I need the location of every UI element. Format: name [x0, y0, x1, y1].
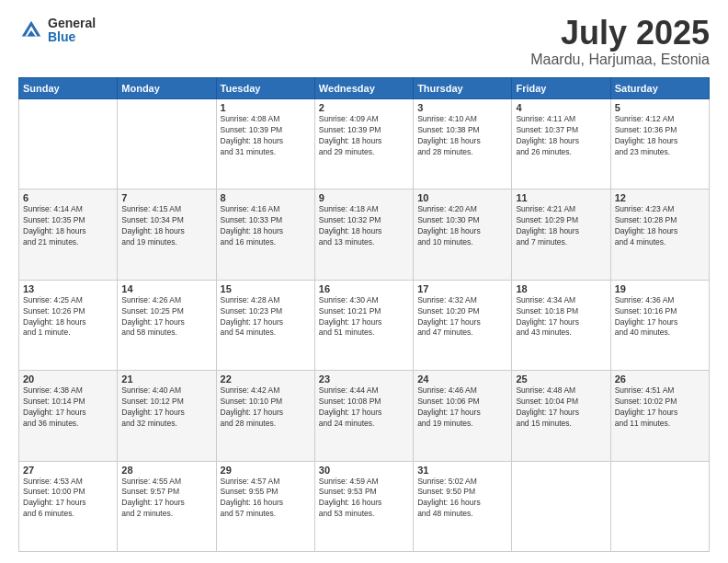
calendar-cell: 31Sunrise: 5:02 AM Sunset: 9:50 PM Dayli… [414, 461, 512, 551]
calendar-cell: 26Sunrise: 4:51 AM Sunset: 10:02 PM Dayl… [610, 371, 709, 461]
calendar-cell: 30Sunrise: 4:59 AM Sunset: 9:53 PM Dayli… [314, 461, 413, 551]
logo: General Blue [18, 17, 96, 45]
calendar-cell: 15Sunrise: 4:28 AM Sunset: 10:23 PM Dayl… [216, 280, 314, 370]
day-info: Sunrise: 4:09 AM Sunset: 10:39 PM Daylig… [319, 114, 409, 158]
day-number: 15 [221, 283, 311, 294]
day-number: 18 [516, 283, 606, 294]
calendar-cell: 17Sunrise: 4:32 AM Sunset: 10:20 PM Dayl… [414, 280, 512, 370]
calendar-cell: 13Sunrise: 4:25 AM Sunset: 10:26 PM Dayl… [19, 280, 118, 370]
day-number: 23 [319, 373, 409, 385]
day-info: Sunrise: 4:51 AM Sunset: 10:02 PM Daylig… [615, 385, 705, 430]
day-info: Sunrise: 4:23 AM Sunset: 10:28 PM Daylig… [615, 204, 705, 248]
day-number: 29 [221, 465, 311, 476]
day-number: 5 [615, 102, 705, 113]
calendar-table: SundayMondayTuesdayWednesdayThursdayFrid… [18, 77, 710, 552]
day-info: Sunrise: 4:18 AM Sunset: 10:32 PM Daylig… [319, 204, 409, 248]
day-info: Sunrise: 4:55 AM Sunset: 9:57 PM Dayligh… [121, 477, 211, 521]
day-info: Sunrise: 4:10 AM Sunset: 10:38 PM Daylig… [417, 114, 507, 158]
day-info: Sunrise: 4:44 AM Sunset: 10:08 PM Daylig… [319, 385, 409, 430]
day-info: Sunrise: 4:14 AM Sunset: 10:35 PM Daylig… [23, 204, 113, 248]
week-row-3: 13Sunrise: 4:25 AM Sunset: 10:26 PM Dayl… [19, 280, 710, 370]
day-info: Sunrise: 4:16 AM Sunset: 10:33 PM Daylig… [221, 204, 311, 248]
day-number: 24 [417, 373, 507, 385]
weekday-header-sunday: Sunday [19, 78, 118, 99]
day-number: 10 [417, 192, 507, 203]
day-number: 26 [615, 373, 705, 385]
day-number: 9 [319, 192, 409, 203]
calendar-cell: 3Sunrise: 4:10 AM Sunset: 10:38 PM Dayli… [414, 99, 512, 190]
day-info: Sunrise: 4:38 AM Sunset: 10:14 PM Daylig… [23, 385, 113, 430]
day-number: 11 [516, 192, 606, 203]
calendar-cell: 22Sunrise: 4:42 AM Sunset: 10:10 PM Dayl… [216, 371, 314, 461]
day-info: Sunrise: 4:20 AM Sunset: 10:30 PM Daylig… [417, 204, 507, 248]
logo-general-label: General [48, 17, 96, 30]
day-info: Sunrise: 4:59 AM Sunset: 9:53 PM Dayligh… [319, 477, 409, 521]
day-info: Sunrise: 4:11 AM Sunset: 10:37 PM Daylig… [516, 114, 606, 158]
week-row-5: 27Sunrise: 4:53 AM Sunset: 10:00 PM Dayl… [19, 461, 710, 551]
day-number: 6 [23, 192, 113, 203]
calendar-cell [512, 461, 610, 551]
day-number: 21 [121, 373, 211, 385]
calendar-cell: 12Sunrise: 4:23 AM Sunset: 10:28 PM Dayl… [610, 190, 709, 280]
day-number: 8 [221, 192, 311, 203]
calendar-cell: 19Sunrise: 4:36 AM Sunset: 10:16 PM Dayl… [610, 280, 709, 370]
day-number: 12 [615, 192, 705, 203]
calendar-cell: 8Sunrise: 4:16 AM Sunset: 10:33 PM Dayli… [216, 190, 314, 280]
calendar-cell: 29Sunrise: 4:57 AM Sunset: 9:55 PM Dayli… [216, 461, 314, 551]
calendar-cell: 23Sunrise: 4:44 AM Sunset: 10:08 PM Dayl… [314, 371, 413, 461]
day-info: Sunrise: 4:28 AM Sunset: 10:23 PM Daylig… [221, 295, 311, 339]
day-number: 19 [615, 283, 705, 294]
day-number: 28 [121, 465, 211, 476]
day-number: 1 [221, 102, 311, 113]
day-number: 14 [121, 283, 211, 294]
day-number: 17 [417, 283, 507, 294]
header: General Blue July 2025 Maardu, Harjumaa,… [18, 17, 710, 68]
calendar-cell: 10Sunrise: 4:20 AM Sunset: 10:30 PM Dayl… [414, 190, 512, 280]
day-number: 27 [23, 465, 113, 476]
day-info: Sunrise: 4:46 AM Sunset: 10:06 PM Daylig… [417, 385, 507, 430]
day-info: Sunrise: 4:15 AM Sunset: 10:34 PM Daylig… [121, 204, 211, 248]
day-info: Sunrise: 4:40 AM Sunset: 10:12 PM Daylig… [121, 385, 211, 430]
day-number: 2 [319, 102, 409, 113]
calendar-cell: 5Sunrise: 4:12 AM Sunset: 10:36 PM Dayli… [610, 99, 709, 190]
calendar-cell: 21Sunrise: 4:40 AM Sunset: 10:12 PM Dayl… [118, 371, 216, 461]
calendar-cell [19, 99, 118, 190]
day-number: 3 [417, 102, 507, 113]
weekday-header-tuesday: Tuesday [216, 78, 314, 99]
day-number: 25 [516, 373, 606, 385]
day-number: 31 [417, 465, 507, 476]
weekday-header-friday: Friday [512, 78, 610, 99]
day-number: 30 [319, 465, 409, 476]
week-row-4: 20Sunrise: 4:38 AM Sunset: 10:14 PM Dayl… [19, 371, 710, 461]
day-info: Sunrise: 4:48 AM Sunset: 10:04 PM Daylig… [516, 385, 606, 430]
day-info: Sunrise: 5:02 AM Sunset: 9:50 PM Dayligh… [417, 477, 507, 521]
location-title: Maardu, Harjumaa, Estonia [530, 52, 710, 68]
day-info: Sunrise: 4:08 AM Sunset: 10:39 PM Daylig… [221, 114, 311, 158]
calendar-cell: 4Sunrise: 4:11 AM Sunset: 10:37 PM Dayli… [512, 99, 610, 190]
day-number: 4 [516, 102, 606, 113]
month-title: July 2025 [530, 17, 710, 50]
title-section: July 2025 Maardu, Harjumaa, Estonia [530, 17, 710, 68]
day-info: Sunrise: 4:34 AM Sunset: 10:18 PM Daylig… [516, 295, 606, 339]
day-info: Sunrise: 4:21 AM Sunset: 10:29 PM Daylig… [516, 204, 606, 248]
logo-text: General Blue [48, 17, 96, 45]
page: General Blue July 2025 Maardu, Harjumaa,… [0, 0, 728, 563]
day-number: 16 [319, 283, 409, 294]
calendar-cell: 27Sunrise: 4:53 AM Sunset: 10:00 PM Dayl… [19, 461, 118, 551]
calendar-cell: 24Sunrise: 4:46 AM Sunset: 10:06 PM Dayl… [414, 371, 512, 461]
weekday-header-wednesday: Wednesday [314, 78, 413, 99]
calendar-cell: 11Sunrise: 4:21 AM Sunset: 10:29 PM Dayl… [512, 190, 610, 280]
weekday-header-saturday: Saturday [610, 78, 709, 99]
week-row-2: 6Sunrise: 4:14 AM Sunset: 10:35 PM Dayli… [19, 190, 710, 280]
day-info: Sunrise: 4:42 AM Sunset: 10:10 PM Daylig… [221, 385, 311, 430]
logo-blue-label: Blue [48, 30, 96, 44]
day-number: 13 [23, 283, 113, 294]
calendar-cell: 28Sunrise: 4:55 AM Sunset: 9:57 PM Dayli… [118, 461, 216, 551]
day-number: 22 [221, 373, 311, 385]
calendar-cell: 14Sunrise: 4:26 AM Sunset: 10:25 PM Dayl… [118, 280, 216, 370]
calendar-cell: 7Sunrise: 4:15 AM Sunset: 10:34 PM Dayli… [118, 190, 216, 280]
day-info: Sunrise: 4:26 AM Sunset: 10:25 PM Daylig… [121, 295, 211, 339]
calendar-cell [118, 99, 216, 190]
day-info: Sunrise: 4:32 AM Sunset: 10:20 PM Daylig… [417, 295, 507, 339]
weekday-header-thursday: Thursday [414, 78, 512, 99]
